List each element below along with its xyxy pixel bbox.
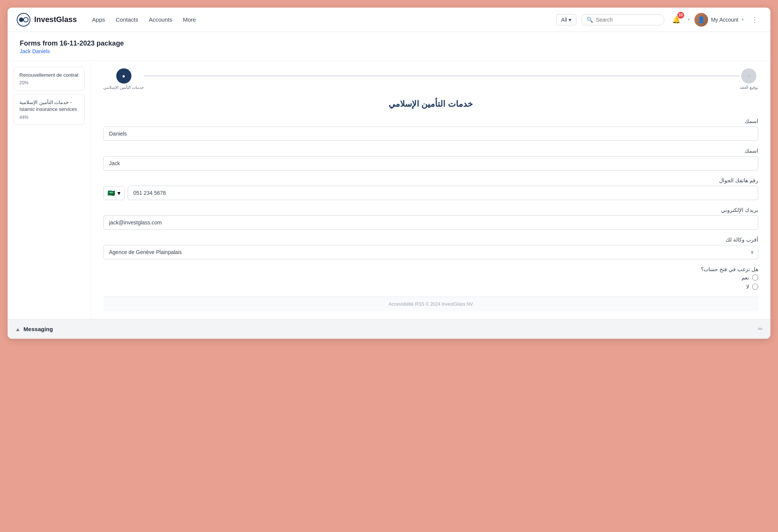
my-account-label: My Account: [711, 17, 738, 23]
messaging-edit-button[interactable]: ✏: [758, 325, 763, 333]
nav-accounts[interactable]: Accounts: [149, 16, 172, 23]
sidebar-item-insurance[interactable]: خدمات التأمين الإسلامية - Islamic insura…: [14, 94, 85, 125]
step-1-circle: ●: [116, 68, 131, 84]
content-area: Renouvellement de contrat 20% خدمات التأ…: [8, 61, 770, 319]
step-line: [144, 76, 740, 76]
agency-select[interactable]: Agence de Genève Plainpalais: [103, 245, 758, 259]
search-icon: 🔍: [587, 17, 593, 23]
svg-point-2: [24, 17, 28, 22]
search-bar: 🔍: [581, 14, 664, 25]
nav-contacts[interactable]: Contacts: [116, 16, 138, 23]
search-input[interactable]: [596, 17, 659, 23]
nav-more[interactable]: More: [183, 16, 196, 23]
my-account-area[interactable]: 👤 My Account ▾: [694, 13, 744, 27]
form-title: خدمات التأمين الإسلامي: [103, 99, 758, 109]
notification-badge: 10: [677, 12, 684, 19]
filter-dropdown[interactable]: All ▾: [556, 14, 576, 25]
page-subtitle[interactable]: Jack Daniels: [20, 48, 758, 54]
input-lastname[interactable]: [103, 126, 758, 141]
label-phone: رقم هاتفك الجوال: [103, 177, 758, 183]
logo-text: InvestGlass: [34, 15, 77, 24]
form-group-firstname: اسمك: [103, 148, 758, 170]
radio-yes-label: نعم: [742, 275, 749, 281]
input-email[interactable]: [103, 215, 758, 230]
footer-text: Accessibilité RSS © 2024 InvestGlass NV: [389, 302, 473, 307]
sidebar-item-insurance-title: خدمات التأمين الإسلامية - Islamic insura…: [19, 99, 79, 113]
sidebar: Renouvellement de contrat 20% خدمات التأ…: [8, 61, 91, 319]
navbar: InvestGlass Apps Contacts Accounts More …: [8, 8, 770, 32]
form-group-open-account: هل ترغب في فتح حساب؟ نعم لا: [103, 266, 758, 290]
nav-right: All ▾ 🔍 🔔 10 ▾ 👤 My Account ▾ ⋮: [556, 13, 761, 27]
page-header: Forms from 16-11-2023 package Jack Danie…: [8, 32, 770, 61]
messaging-bar: ▲ Messaging ✏: [8, 319, 770, 339]
svg-point-1: [19, 17, 24, 22]
radio-yes-input[interactable]: [752, 275, 758, 281]
chevron-down-icon: ▾: [569, 17, 571, 23]
radio-group-open-account: نعم لا: [103, 275, 758, 290]
agency-select-wrapper: Agence de Genève Plainpalais ▾: [103, 245, 758, 259]
sidebar-item-contract-progress: 20%: [19, 80, 79, 85]
step-1[interactable]: ● خدمات التأمين الإسلامي: [103, 68, 144, 90]
sidebar-item-insurance-progress: 44%: [19, 115, 79, 120]
logo[interactable]: InvestGlass: [17, 13, 77, 27]
label-lastname: اسمك: [103, 118, 758, 124]
edit-icon: ✏: [758, 326, 763, 332]
stepper: ● خدمات التأمين الإسلامي ○ توقيع العقد: [103, 68, 758, 90]
logo-icon: [17, 13, 30, 27]
radio-no[interactable]: لا: [103, 284, 758, 290]
form-group-lastname: اسمك: [103, 118, 758, 141]
nav-apps[interactable]: Apps: [92, 16, 105, 23]
label-email: بريدك الإلكتروني: [103, 207, 758, 213]
messaging-chevron-icon[interactable]: ▲: [15, 326, 21, 332]
nav-links: Apps Contacts Accounts More: [92, 16, 556, 23]
label-open-account: هل ترغب في فتح حساب؟: [103, 266, 758, 272]
page-title: Forms from 16-11-2023 package: [20, 39, 758, 47]
page-footer: Accessibilité RSS © 2024 InvestGlass NV: [103, 297, 758, 311]
sidebar-item-contract-title: Renouvellement de contrat: [19, 72, 79, 79]
input-firstname[interactable]: [103, 156, 758, 170]
notification-arrow[interactable]: ▾: [688, 17, 690, 22]
label-firstname: اسمك: [103, 148, 758, 154]
country-dropdown-arrow: ▾: [117, 189, 120, 197]
messaging-title: Messaging: [24, 326, 53, 332]
account-chevron-icon: ▾: [742, 17, 744, 22]
radio-no-input[interactable]: [752, 284, 758, 290]
filter-label: All: [561, 17, 567, 23]
form-group-agency: أقرب وكالة لك Agence de Genève Plainpala…: [103, 237, 758, 259]
country-code-dropdown[interactable]: 🇸🇦 ▾: [103, 186, 125, 200]
flag-icon: 🇸🇦: [108, 189, 115, 197]
form-group-phone: رقم هاتفك الجوال 🇸🇦 ▾: [103, 177, 758, 200]
form-group-email: بريدك الإلكتروني: [103, 207, 758, 230]
sidebar-item-contract[interactable]: Renouvellement de contrat 20%: [14, 67, 85, 90]
messaging-left: ▲ Messaging: [15, 326, 53, 332]
label-agency: أقرب وكالة لك: [103, 237, 758, 243]
step-2-label: توقيع العقد: [740, 85, 758, 90]
radio-yes[interactable]: نعم: [103, 275, 758, 281]
more-options-button[interactable]: ⋮: [748, 14, 761, 25]
step-2-circle: ○: [741, 68, 756, 84]
phone-input-group: 🇸🇦 ▾: [103, 186, 758, 200]
phone-number-input[interactable]: [128, 186, 758, 200]
avatar-image: 👤: [697, 16, 705, 23]
form-panel: ● خدمات التأمين الإسلامي ○ توقيع العقد خ…: [91, 61, 770, 319]
step-1-label: خدمات التأمين الإسلامي: [103, 85, 144, 90]
avatar: 👤: [694, 13, 708, 27]
radio-no-label: لا: [746, 284, 749, 290]
step-2[interactable]: ○ توقيع العقد: [740, 68, 758, 90]
notification-button[interactable]: 🔔 10: [669, 13, 683, 27]
